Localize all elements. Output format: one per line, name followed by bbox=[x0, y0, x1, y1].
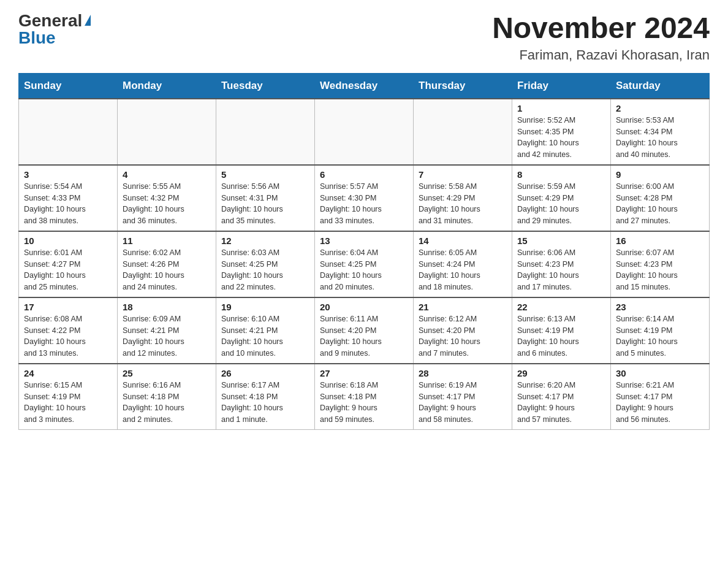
day-info: Sunrise: 5:55 AM Sunset: 4:32 PM Dayligh… bbox=[123, 181, 211, 227]
calendar-header-monday: Monday bbox=[118, 73, 216, 99]
calendar-header-tuesday: Tuesday bbox=[216, 73, 315, 99]
day-info: Sunrise: 6:17 AM Sunset: 4:18 PM Dayligh… bbox=[221, 380, 309, 426]
calendar-cell: 24Sunrise: 6:15 AM Sunset: 4:19 PM Dayli… bbox=[19, 364, 118, 430]
calendar-cell: 26Sunrise: 6:17 AM Sunset: 4:18 PM Dayli… bbox=[216, 364, 315, 430]
day-info: Sunrise: 6:06 AM Sunset: 4:23 PM Dayligh… bbox=[517, 247, 605, 293]
calendar-cell: 1Sunrise: 5:52 AM Sunset: 4:35 PM Daylig… bbox=[512, 99, 611, 165]
day-number: 15 bbox=[517, 236, 605, 246]
calendar-cell: 4Sunrise: 5:55 AM Sunset: 4:32 PM Daylig… bbox=[118, 165, 216, 231]
calendar-cell: 17Sunrise: 6:08 AM Sunset: 4:22 PM Dayli… bbox=[19, 297, 118, 364]
logo-general-text: General bbox=[18, 12, 82, 29]
day-info: Sunrise: 5:54 AM Sunset: 4:33 PM Dayligh… bbox=[24, 181, 112, 227]
day-info: Sunrise: 6:01 AM Sunset: 4:27 PM Dayligh… bbox=[24, 247, 112, 293]
day-info: Sunrise: 6:19 AM Sunset: 4:17 PM Dayligh… bbox=[419, 380, 507, 426]
calendar-cell: 30Sunrise: 6:21 AM Sunset: 4:17 PM Dayli… bbox=[611, 364, 710, 430]
page-header: General Blue November 2024 Fariman, Raza… bbox=[18, 12, 710, 63]
day-number: 25 bbox=[123, 368, 211, 378]
day-number: 1 bbox=[517, 103, 605, 113]
day-info: Sunrise: 6:05 AM Sunset: 4:24 PM Dayligh… bbox=[419, 247, 507, 293]
week-row-3: 10Sunrise: 6:01 AM Sunset: 4:27 PM Dayli… bbox=[19, 231, 710, 297]
calendar-cell: 22Sunrise: 6:13 AM Sunset: 4:19 PM Dayli… bbox=[512, 297, 611, 364]
day-number: 12 bbox=[221, 236, 309, 246]
day-info: Sunrise: 6:10 AM Sunset: 4:21 PM Dayligh… bbox=[221, 313, 309, 359]
day-number: 5 bbox=[221, 169, 309, 180]
day-number: 3 bbox=[24, 169, 112, 180]
day-number: 2 bbox=[616, 103, 704, 113]
calendar-cell: 13Sunrise: 6:04 AM Sunset: 4:25 PM Dayli… bbox=[315, 231, 414, 297]
calendar-cell: 6Sunrise: 5:57 AM Sunset: 4:30 PM Daylig… bbox=[315, 165, 414, 231]
day-number: 18 bbox=[123, 302, 211, 312]
calendar-cell: 21Sunrise: 6:12 AM Sunset: 4:20 PM Dayli… bbox=[414, 297, 512, 364]
day-number: 27 bbox=[320, 368, 408, 378]
day-number: 26 bbox=[221, 368, 309, 378]
day-number: 13 bbox=[320, 236, 408, 246]
day-info: Sunrise: 6:13 AM Sunset: 4:19 PM Dayligh… bbox=[517, 313, 605, 359]
day-number: 30 bbox=[616, 368, 704, 378]
logo: General Blue bbox=[18, 12, 91, 47]
calendar-cell bbox=[414, 99, 512, 165]
calendar-cell: 18Sunrise: 6:09 AM Sunset: 4:21 PM Dayli… bbox=[118, 297, 216, 364]
day-info: Sunrise: 5:56 AM Sunset: 4:31 PM Dayligh… bbox=[221, 181, 309, 227]
day-info: Sunrise: 6:16 AM Sunset: 4:18 PM Dayligh… bbox=[123, 380, 211, 426]
day-info: Sunrise: 6:12 AM Sunset: 4:20 PM Dayligh… bbox=[419, 313, 507, 359]
day-number: 23 bbox=[616, 302, 704, 312]
calendar-cell: 28Sunrise: 6:19 AM Sunset: 4:17 PM Dayli… bbox=[414, 364, 512, 430]
day-number: 17 bbox=[24, 302, 112, 312]
day-number: 20 bbox=[320, 302, 408, 312]
day-number: 4 bbox=[123, 169, 211, 180]
month-title: November 2024 bbox=[492, 12, 710, 45]
day-info: Sunrise: 6:07 AM Sunset: 4:23 PM Dayligh… bbox=[616, 247, 704, 293]
calendar-header-sunday: Sunday bbox=[19, 73, 118, 99]
calendar-cell: 8Sunrise: 5:59 AM Sunset: 4:29 PM Daylig… bbox=[512, 165, 611, 231]
calendar-cell: 27Sunrise: 6:18 AM Sunset: 4:18 PM Dayli… bbox=[315, 364, 414, 430]
day-info: Sunrise: 6:21 AM Sunset: 4:17 PM Dayligh… bbox=[616, 380, 704, 426]
calendar-cell bbox=[216, 99, 315, 165]
day-number: 8 bbox=[517, 169, 605, 180]
logo-triangle-icon bbox=[85, 15, 91, 26]
day-number: 14 bbox=[419, 236, 507, 246]
calendar-cell: 14Sunrise: 6:05 AM Sunset: 4:24 PM Dayli… bbox=[414, 231, 512, 297]
calendar-header-saturday: Saturday bbox=[611, 73, 710, 99]
day-number: 24 bbox=[24, 368, 112, 378]
day-info: Sunrise: 6:18 AM Sunset: 4:18 PM Dayligh… bbox=[320, 380, 408, 426]
title-block: November 2024 Fariman, Razavi Khorasan, … bbox=[492, 12, 710, 63]
day-info: Sunrise: 6:08 AM Sunset: 4:22 PM Dayligh… bbox=[24, 313, 112, 359]
calendar-cell: 29Sunrise: 6:20 AM Sunset: 4:17 PM Dayli… bbox=[512, 364, 611, 430]
calendar-header-friday: Friday bbox=[512, 73, 611, 99]
day-number: 19 bbox=[221, 302, 309, 312]
calendar-cell: 23Sunrise: 6:14 AM Sunset: 4:19 PM Dayli… bbox=[611, 297, 710, 364]
day-info: Sunrise: 5:53 AM Sunset: 4:34 PM Dayligh… bbox=[616, 115, 704, 161]
calendar-cell: 16Sunrise: 6:07 AM Sunset: 4:23 PM Dayli… bbox=[611, 231, 710, 297]
calendar-cell: 15Sunrise: 6:06 AM Sunset: 4:23 PM Dayli… bbox=[512, 231, 611, 297]
calendar-header-thursday: Thursday bbox=[414, 73, 512, 99]
calendar-cell: 5Sunrise: 5:56 AM Sunset: 4:31 PM Daylig… bbox=[216, 165, 315, 231]
day-info: Sunrise: 6:04 AM Sunset: 4:25 PM Dayligh… bbox=[320, 247, 408, 293]
day-number: 16 bbox=[616, 236, 704, 246]
day-info: Sunrise: 5:52 AM Sunset: 4:35 PM Dayligh… bbox=[517, 115, 605, 161]
day-number: 6 bbox=[320, 169, 408, 180]
calendar-cell: 2Sunrise: 5:53 AM Sunset: 4:34 PM Daylig… bbox=[611, 99, 710, 165]
day-info: Sunrise: 6:00 AM Sunset: 4:28 PM Dayligh… bbox=[616, 181, 704, 227]
day-info: Sunrise: 5:57 AM Sunset: 4:30 PM Dayligh… bbox=[320, 181, 408, 227]
day-info: Sunrise: 6:02 AM Sunset: 4:26 PM Dayligh… bbox=[123, 247, 211, 293]
calendar-cell: 10Sunrise: 6:01 AM Sunset: 4:27 PM Dayli… bbox=[19, 231, 118, 297]
week-row-2: 3Sunrise: 5:54 AM Sunset: 4:33 PM Daylig… bbox=[19, 165, 710, 231]
day-info: Sunrise: 6:03 AM Sunset: 4:25 PM Dayligh… bbox=[221, 247, 309, 293]
day-number: 28 bbox=[419, 368, 507, 378]
day-info: Sunrise: 6:09 AM Sunset: 4:21 PM Dayligh… bbox=[123, 313, 211, 359]
day-number: 7 bbox=[419, 169, 507, 180]
logo-blue-text: Blue bbox=[18, 29, 56, 47]
week-row-5: 24Sunrise: 6:15 AM Sunset: 4:19 PM Dayli… bbox=[19, 364, 710, 430]
calendar-cell: 7Sunrise: 5:58 AM Sunset: 4:29 PM Daylig… bbox=[414, 165, 512, 231]
day-info: Sunrise: 5:59 AM Sunset: 4:29 PM Dayligh… bbox=[517, 181, 605, 227]
day-number: 21 bbox=[419, 302, 507, 312]
calendar-cell: 19Sunrise: 6:10 AM Sunset: 4:21 PM Dayli… bbox=[216, 297, 315, 364]
calendar-cell: 9Sunrise: 6:00 AM Sunset: 4:28 PM Daylig… bbox=[611, 165, 710, 231]
calendar-cell: 11Sunrise: 6:02 AM Sunset: 4:26 PM Dayli… bbox=[118, 231, 216, 297]
day-info: Sunrise: 6:14 AM Sunset: 4:19 PM Dayligh… bbox=[616, 313, 704, 359]
calendar-cell bbox=[19, 99, 118, 165]
calendar-cell: 12Sunrise: 6:03 AM Sunset: 4:25 PM Dayli… bbox=[216, 231, 315, 297]
day-number: 11 bbox=[123, 236, 211, 246]
day-number: 22 bbox=[517, 302, 605, 312]
calendar-cell bbox=[315, 99, 414, 165]
